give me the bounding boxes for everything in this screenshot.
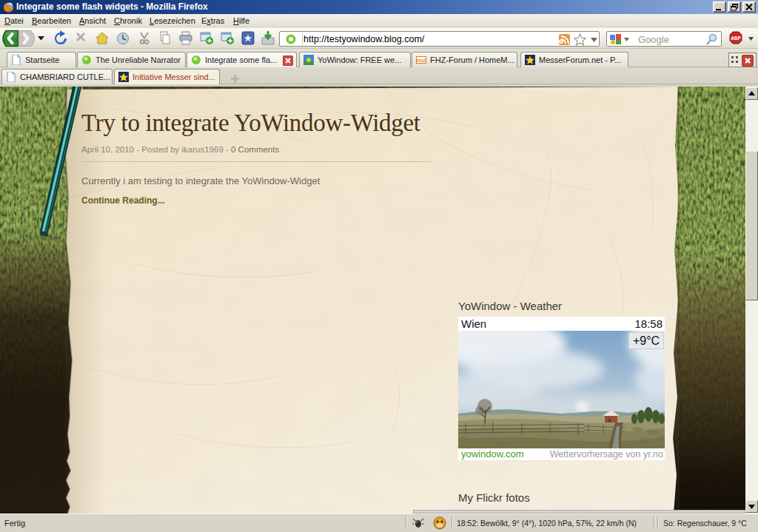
svg-text:FHZ: FHZ (417, 58, 426, 63)
svg-text:ABP: ABP (731, 36, 741, 41)
